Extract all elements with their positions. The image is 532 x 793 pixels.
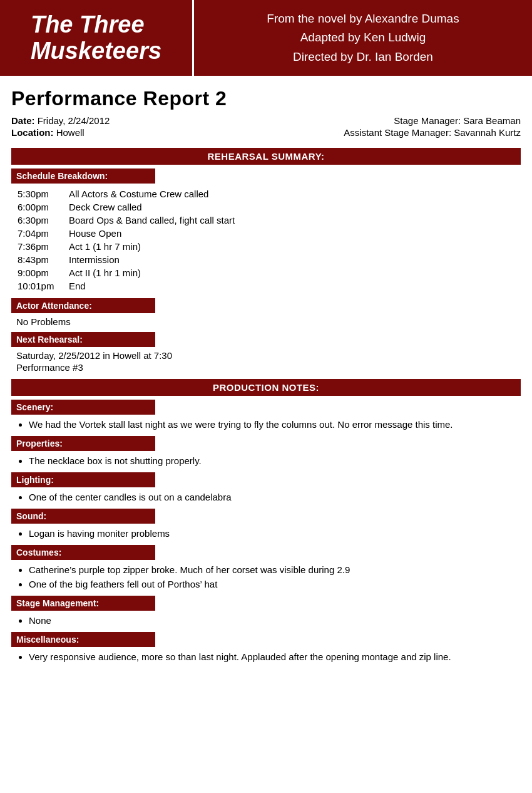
production-bullet-list: Very responsive audience, more so than l… — [29, 650, 521, 663]
production-bullet-list: The necklace box is not shutting properl… — [29, 454, 521, 467]
credit-adapted: Adapted by Ken Ludwig — [300, 31, 426, 44]
schedule-event: Act II (1 hr 1 min) — [69, 267, 235, 279]
actor-attendance-block: Actor Attendance: No Problems — [11, 298, 521, 327]
schedule-event: Act 1 (1 hr 7 min) — [69, 241, 235, 252]
schedule-event: All Actors & Costume Crew called — [69, 188, 235, 200]
stage-manager-line: Stage Manager: Sara Beaman — [344, 115, 521, 126]
production-subsection-label: Lighting: — [11, 472, 155, 487]
sm-value: Sara Beaman — [463, 115, 521, 126]
production-bullet-list: We had the Vortek stall last night as we… — [29, 418, 521, 431]
production-subsection-label: Miscellaneous: — [11, 632, 155, 647]
show-title-block: The ThreeMusketeers — [0, 0, 194, 76]
main-content: Performance Report 2 Date: Friday, 2/24/… — [0, 76, 532, 681]
schedule-time: 10:01pm — [18, 280, 68, 292]
production-notes-header: PRODUCTION NOTES: — [11, 379, 521, 396]
report-title: Performance Report 2 — [11, 87, 521, 110]
schedule-time: 8:43pm — [18, 254, 68, 266]
credit-directed: Directed by Dr. Ian Borden — [293, 50, 433, 63]
list-item: Catherine’s purple top zipper broke. Muc… — [29, 563, 521, 576]
production-notes-block: PRODUCTION NOTES: Scenery:We had the Vor… — [11, 379, 521, 663]
list-item: The necklace box is not shutting properl… — [29, 454, 521, 467]
schedule-row: 9:00pm Act II (1 hr 1 min) — [18, 267, 235, 279]
schedule-breakdown-block: Schedule Breakdown: 5:30pm All Actors & … — [11, 168, 521, 293]
asm-value: Savannah Kurtz — [454, 127, 521, 138]
schedule-row: 7:36pm Act 1 (1 hr 7 min) — [18, 241, 235, 252]
actor-attendance-label: Actor Attendance: — [11, 298, 155, 313]
next-rehearsal-label: Next Rehearsal: — [11, 332, 155, 347]
show-title: The ThreeMusketeers — [31, 12, 161, 65]
show-credits: From the novel by Alexandre Dumas Adapte… — [194, 0, 532, 76]
list-item: One of the big feathers fell out of Port… — [29, 578, 521, 591]
production-subsection: Miscellaneous:Very responsive audience, … — [11, 632, 521, 663]
date-value: Friday, 2/24/2012 — [38, 115, 110, 126]
schedule-time: 6:00pm — [18, 201, 68, 213]
production-subsection-label: Scenery: — [11, 400, 155, 415]
asm-label: Assistant Stage Manager: — [344, 127, 451, 138]
production-subsection-label: Costumes: — [11, 545, 155, 560]
list-item: We had the Vortek stall last night as we… — [29, 418, 521, 431]
production-subsection-label: Sound: — [11, 509, 155, 524]
location-value: Howell — [56, 127, 84, 138]
schedule-table: 5:30pm All Actors & Costume Crew called … — [16, 187, 236, 293]
schedule-row: 8:43pm Intermission — [18, 254, 235, 266]
rehearsal-summary-block: REHEARSAL SUMMARY: Schedule Breakdown: 5… — [11, 148, 521, 373]
schedule-event: End — [69, 280, 235, 292]
production-subsection: Lighting:One of the center candles is ou… — [11, 472, 521, 504]
schedule-breakdown-label: Schedule Breakdown: — [11, 168, 155, 184]
meta-left: Date: Friday, 2/24/2012 Location: Howell — [11, 115, 110, 139]
schedule-time: 7:36pm — [18, 241, 68, 252]
next-rehearsal-line1: Saturday, 2/25/2012 in Howell at 7:30 — [16, 350, 521, 361]
credits-text: From the novel by Alexandre Dumas Adapte… — [267, 9, 459, 66]
location-line: Location: Howell — [11, 127, 110, 138]
schedule-row: 6:00pm Deck Crew called — [18, 201, 235, 213]
next-rehearsal-block: Next Rehearsal: Saturday, 2/25/2012 in H… — [11, 332, 521, 373]
schedule-event: Deck Crew called — [69, 201, 235, 213]
list-item: One of the center candles is out on a ca… — [29, 490, 521, 504]
list-item: Very responsive audience, more so than l… — [29, 650, 521, 663]
schedule-event: Board Ops & Band called, fight call star… — [69, 214, 235, 226]
production-subsection-label: Stage Management: — [11, 596, 155, 611]
sm-label: Stage Manager: — [394, 115, 461, 126]
production-bullet-list: Logan is having moniter problems — [29, 527, 521, 540]
location-label: Location: — [11, 127, 54, 138]
list-item: None — [29, 614, 521, 627]
header: The ThreeMusketeers From the novel by Al… — [0, 0, 532, 76]
production-bullet-list: Catherine’s purple top zipper broke. Muc… — [29, 563, 521, 591]
schedule-row: 6:30pm Board Ops & Band called, fight ca… — [18, 214, 235, 226]
actor-attendance-value: No Problems — [16, 316, 521, 327]
schedule-event: House Open — [69, 227, 235, 239]
production-bullet-list: One of the center candles is out on a ca… — [29, 490, 521, 504]
list-item: Logan is having moniter problems — [29, 527, 521, 540]
date-line: Date: Friday, 2/24/2012 — [11, 115, 110, 126]
production-subsection-label: Properties: — [11, 436, 155, 451]
schedule-time: 6:30pm — [18, 214, 68, 226]
meta-info: Date: Friday, 2/24/2012 Location: Howell… — [11, 115, 521, 139]
production-subsection: Properties:The necklace box is not shutt… — [11, 436, 521, 467]
schedule-time: 7:04pm — [18, 227, 68, 239]
next-rehearsal-line2: Performance #3 — [16, 362, 521, 373]
credit-novel: From the novel by Alexandre Dumas — [267, 12, 459, 25]
schedule-time: 9:00pm — [18, 267, 68, 279]
rehearsal-summary-header: REHEARSAL SUMMARY: — [11, 148, 521, 165]
production-subsection: Scenery:We had the Vortek stall last nig… — [11, 400, 521, 431]
production-subsection: Costumes:Catherine’s purple top zipper b… — [11, 545, 521, 591]
production-subsection: Stage Management:None — [11, 596, 521, 627]
schedule-time: 5:30pm — [18, 188, 68, 200]
schedule-row: 5:30pm All Actors & Costume Crew called — [18, 188, 235, 200]
production-sections: Scenery:We had the Vortek stall last nig… — [11, 400, 521, 663]
asm-line: Assistant Stage Manager: Savannah Kurtz — [344, 127, 521, 138]
production-bullet-list: None — [29, 614, 521, 627]
schedule-event: Intermission — [69, 254, 235, 266]
production-subsection: Sound:Logan is having moniter problems — [11, 509, 521, 540]
meta-right: Stage Manager: Sara Beaman Assistant Sta… — [344, 115, 521, 139]
schedule-row: 7:04pm House Open — [18, 227, 235, 239]
schedule-row: 10:01pm End — [18, 280, 235, 292]
date-label: Date: — [11, 115, 35, 126]
